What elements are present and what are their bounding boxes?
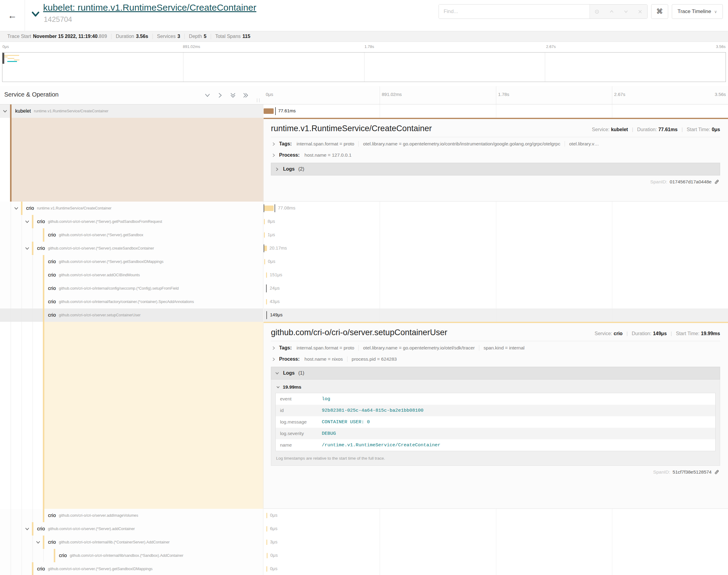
process-accordion[interactable]: Process: host.name = 127.0.0.1: [271, 148, 720, 160]
column-resizer-grip[interactable]: ∣∣: [256, 98, 261, 102]
span-detail-panel: runtime.v1.RuntimeService/CreateContaine…: [264, 118, 728, 202]
log-entry-region: 19.99ms eventlog id92b82381-025c-4a64-81…: [271, 379, 720, 466]
trace-title-link[interactable]: kubelet: runtime.v1.RuntimeService/Creat…: [43, 2, 256, 13]
span-row[interactable]: criogithub.com/cri-o/cri-o/server.(*Serv…: [0, 522, 728, 536]
span-row[interactable]: criogithub.com/cri-o/cri-o/server.(*Serv…: [0, 242, 728, 255]
minimap-drag-handle[interactable]: [2, 53, 4, 64]
next-match-icon[interactable]: [623, 9, 629, 14]
kv-row: log.severityDEBUG: [276, 428, 716, 439]
span-row[interactable]: criogithub.com/cri-o/cri-o/internal/fact…: [0, 295, 728, 308]
back-button[interactable]: ←: [0, 0, 25, 31]
span-row[interactable]: crioruntime.v1.RuntimeService/CreateCont…: [0, 202, 728, 215]
span-row[interactable]: criogithub.com/cri-o/cri-o/server.addIma…: [0, 509, 728, 522]
collapse-trace-chevron-icon[interactable]: [30, 8, 41, 20]
chevron-right-icon: [271, 357, 276, 362]
trace-id: 1425704: [44, 15, 72, 24]
log-timestamps-note: Log timestamps are relative to the start…: [275, 451, 716, 461]
span-detail-row: github.com/cri-o/cri-o/server.setupConta…: [0, 322, 728, 509]
page-header: ← kubelet: runtime.v1.RuntimeService/Cre…: [0, 0, 728, 31]
chevron-down-icon: [276, 385, 280, 389]
span-row[interactable]: criogithub.com/cri-o/cri-o/server.(*Serv…: [0, 215, 728, 228]
kv-row: log.messageCONTAINER USER: 0: [276, 416, 716, 428]
expand-one-icon[interactable]: [217, 92, 224, 99]
timeline-grid-header: Service & Operation ∣∣ 0μs 891.02ms 1.78…: [0, 86, 728, 104]
span-detail-meta: Service:crio| Duration:149μs| Start Time…: [595, 331, 720, 336]
process-accordion[interactable]: Process: host.name = nixos process.pid =…: [271, 352, 720, 364]
chevron-down-icon: [275, 371, 279, 376]
view-selector-label: Trace Timeline: [677, 8, 711, 14]
trace-duration: Duration3.56s: [111, 34, 153, 39]
column-divider: [263, 104, 263, 575]
find-group: [438, 4, 648, 19]
chevron-right-icon: [271, 142, 276, 146]
deep-link-icon[interactable]: [714, 469, 720, 475]
log-fields-table: eventlog id92b82381-025c-4a64-815c-ba2e1…: [275, 393, 716, 451]
back-arrow-icon: ←: [8, 10, 17, 21]
chevron-down-icon: ∨: [714, 9, 717, 14]
kv-row: eventlog: [276, 393, 716, 405]
span-detail-panel: github.com/cri-o/cri-o/server.setupConta…: [264, 322, 728, 509]
span-detail-meta: Service:kubelet| Duration:77.61ms| Start…: [592, 127, 720, 132]
service-operation-title: Service & Operation: [4, 91, 59, 98]
kv-row: id92b82381-025c-4a64-815c-ba2e1bb08100: [276, 405, 716, 416]
deep-link-icon[interactable]: [714, 179, 720, 184]
trace-minimap: 0μs 891.02ms 1.78s 2.67s 3.56s: [0, 42, 728, 86]
service-operation-header: Service & Operation ∣∣: [0, 86, 263, 104]
expand-all-icon[interactable]: [242, 92, 249, 99]
collapse-controls: [204, 92, 249, 99]
span-row-selected[interactable]: criogithub.com/cri-o/cri-o/server.setupC…: [0, 308, 728, 322]
minimap-canvas[interactable]: [2, 52, 726, 82]
prev-match-icon[interactable]: [609, 9, 615, 14]
trace-timeline-page: ← kubelet: runtime.v1.RuntimeService/Cre…: [0, 0, 728, 575]
find-buttons: [590, 5, 647, 19]
collapse-all-icon[interactable]: [230, 92, 236, 99]
spanid-row: SpanID: 51cf7f38e5128574: [271, 466, 720, 476]
chevron-right-icon: [271, 153, 276, 158]
logs-accordion-expanded[interactable]: Logs (1): [271, 367, 720, 379]
keyboard-shortcuts-button[interactable]: ⌘: [651, 4, 668, 19]
span-row[interactable]: criogithub.com/cri-o/cri-o/internal/lib/…: [0, 549, 728, 562]
trace-services: Services3: [153, 34, 185, 39]
command-icon: ⌘: [656, 8, 663, 15]
span-row[interactable]: criogithub.com/cri-o/cri-o/internal/conf…: [0, 282, 728, 295]
span-detail-title: github.com/cri-o/cri-o/server.setupConta…: [271, 328, 448, 337]
collapse-one-icon[interactable]: [204, 92, 211, 99]
span-row[interactable]: criogithub.com/cri-o/cri-o/server.(*Serv…: [0, 255, 728, 268]
trace-start: Trace StartNovember 15 2022, 11:19:40.80…: [3, 34, 111, 39]
chevron-down-icon[interactable]: [2, 109, 8, 115]
span-rows-container: kubeletruntime.v1.RuntimeService/CreateC…: [0, 104, 728, 575]
span-detail-row: runtime.v1.RuntimeService/CreateContaine…: [0, 118, 728, 202]
kv-row: name/runtime.v1.RuntimeService/CreateCon…: [276, 439, 716, 451]
minimap-ticks: 0μs 891.02ms 1.78s 2.67s 3.56s: [0, 44, 728, 50]
focus-match-icon[interactable]: [594, 9, 600, 14]
spanid-row: SpanID: 0174567d17a0448e: [271, 175, 720, 186]
chevron-right-icon: [275, 167, 279, 172]
chevron-down-icon[interactable]: [25, 246, 30, 252]
trace-depth: Depth5: [185, 34, 211, 39]
span-row[interactable]: criogithub.com/cri-o/cri-o/internal/lib.…: [0, 536, 728, 549]
chevron-down-icon[interactable]: [36, 540, 41, 546]
trace-total-spans: Total Spans115: [211, 34, 255, 39]
span-detail-title: runtime.v1.RuntimeService/CreateContaine…: [271, 124, 432, 133]
log-entry-toggle[interactable]: 19.99ms: [275, 382, 716, 393]
span-row[interactable]: criogithub.com/cri-o/cri-o/server.(*Serv…: [0, 228, 728, 242]
find-input[interactable]: [439, 5, 590, 19]
span-row[interactable]: criogithub.com/cri-o/cri-o/server.addOCI…: [0, 268, 728, 282]
span-row[interactable]: kubeletruntime.v1.RuntimeService/CreateC…: [0, 104, 728, 118]
trace-summary-bar: Trace StartNovember 15 2022, 11:19:40.80…: [0, 31, 728, 42]
chevron-down-icon[interactable]: [25, 527, 30, 533]
chevron-down-icon[interactable]: [25, 219, 30, 226]
tags-accordion[interactable]: Tags: internal.span.format = proto otel.…: [271, 341, 720, 352]
view-selector-dropdown[interactable]: Trace Timeline ∨: [672, 4, 723, 19]
tags-accordion[interactable]: Tags: internal.span.format = proto otel.…: [271, 137, 720, 148]
logs-accordion[interactable]: Logs (2): [271, 163, 720, 175]
span-row[interactable]: criogithub.com/cri-o/cri-o/server.(*Serv…: [0, 562, 728, 575]
header-controls: ⌘ Trace Timeline ∨: [438, 4, 723, 19]
timeline-ticks-header: 0μs 891.02ms 1.78s 2.67s 3.56s: [264, 86, 728, 104]
clear-find-icon[interactable]: [637, 9, 643, 14]
chevron-down-icon[interactable]: [14, 206, 19, 212]
chevron-right-icon: [271, 346, 276, 350]
